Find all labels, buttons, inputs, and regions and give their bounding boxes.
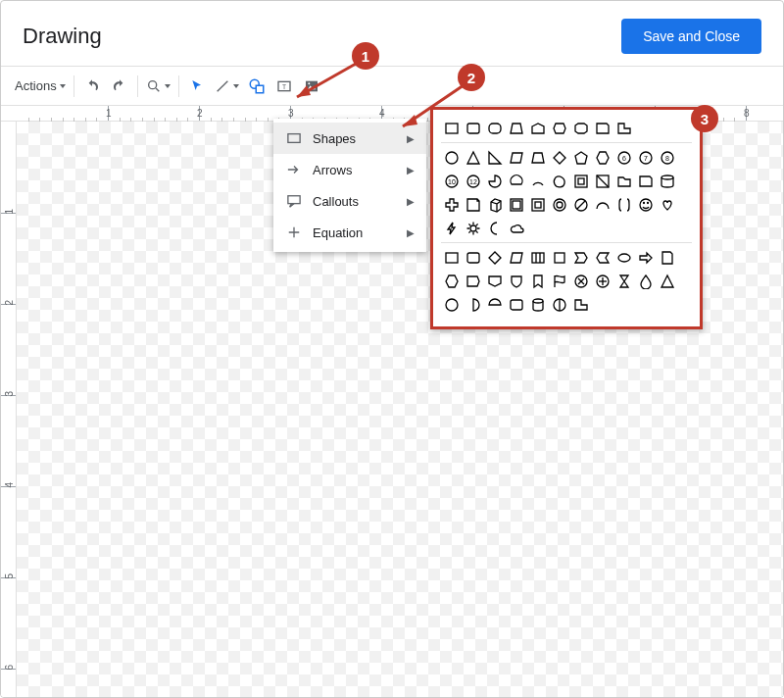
svg-point-36: [557, 202, 563, 208]
dialog-title: Drawing: [23, 24, 102, 49]
shape-option-arrow-r[interactable]: [635, 247, 656, 268]
save-and-close-button[interactable]: Save and Close: [621, 19, 761, 54]
zoom-button[interactable]: [142, 73, 174, 100]
shape-option-n7[interactable]: 7: [635, 147, 656, 168]
shape-option-frame[interactable]: [527, 194, 548, 215]
shape-option-bolt[interactable]: [441, 218, 462, 238]
svg-rect-52: [467, 253, 479, 263]
shape-option-tri[interactable]: [463, 147, 483, 168]
shape-option-brack[interactable]: [613, 194, 634, 215]
shape-option-pent-top[interactable]: [527, 118, 548, 138]
shape-option-trap-top[interactable]: [506, 118, 526, 138]
shape-option-rrect[interactable]: [463, 247, 483, 268]
shape-option-half[interactable]: [463, 294, 483, 315]
redo-icon: [112, 78, 127, 94]
shape-option-sun[interactable]: [463, 218, 483, 238]
shape-option-hex[interactable]: [592, 147, 612, 168]
shape-option-sticker[interactable]: [463, 194, 483, 215]
menu-item-equation[interactable]: Equation ▶: [273, 217, 426, 248]
svg-rect-32: [513, 201, 520, 209]
shape-tool-button[interactable]: [243, 73, 270, 100]
image-tool-button[interactable]: [298, 73, 325, 100]
shape-option-pie[interactable]: [484, 171, 505, 191]
shape-option-half2[interactable]: [484, 294, 505, 315]
shape-option-shield[interactable]: [506, 271, 526, 291]
shape-option-lshape[interactable]: [613, 118, 634, 138]
shape-option-cyl[interactable]: [657, 171, 677, 191]
shape-option-diag[interactable]: [592, 171, 612, 191]
shape-option-plus-c[interactable]: [592, 271, 612, 291]
shape-option-pent-d[interactable]: [484, 271, 505, 291]
ruler-h-major-tick: 8: [746, 106, 747, 121]
shape-option-square[interactable]: [549, 247, 569, 268]
shape-option-heart[interactable]: [657, 194, 677, 215]
shape-option-split[interactable]: [549, 294, 569, 315]
shape-option-circle[interactable]: [441, 147, 462, 168]
shape-option-hglass[interactable]: [613, 271, 634, 291]
shape-option-rrect3[interactable]: [592, 118, 612, 138]
shape-option-donut[interactable]: [549, 194, 569, 215]
shape-option-drop[interactable]: [635, 271, 656, 291]
shape-option-arc-seg[interactable]: [527, 171, 548, 191]
shape-option-hept[interactable]: [570, 118, 591, 138]
shape-option-hex[interactable]: [441, 271, 462, 291]
shape-option-bookmark[interactable]: [527, 271, 548, 291]
shape-option-bev[interactable]: [506, 194, 526, 215]
shape-option-stack[interactable]: [527, 247, 548, 268]
textbox-tool-button[interactable]: T: [270, 73, 298, 100]
shapes-panel: 6781012: [430, 107, 703, 329]
shape-option-hex-h[interactable]: [549, 118, 569, 138]
shape-option-square-c[interactable]: [570, 171, 591, 191]
shape-option-tri[interactable]: [657, 271, 677, 291]
shape-option-rrect2[interactable]: [484, 118, 505, 138]
shape-option-db[interactable]: [527, 294, 548, 315]
actions-menu-button[interactable]: Actions: [11, 73, 70, 100]
shape-option-rect[interactable]: [441, 118, 462, 138]
shape-option-rtri[interactable]: [484, 147, 505, 168]
line-tool-button[interactable]: [211, 73, 243, 100]
shape-option-trap-r[interactable]: [463, 271, 483, 291]
shape-option-moon[interactable]: [484, 218, 505, 238]
menu-item-callouts[interactable]: Callouts ▶: [273, 185, 426, 217]
select-tool-button[interactable]: [183, 73, 211, 100]
shape-option-rrect[interactable]: [463, 118, 483, 138]
shape-option-chord[interactable]: [506, 171, 526, 191]
shape-option-cloud[interactable]: [506, 218, 526, 238]
shape-option-para[interactable]: [506, 247, 526, 268]
shape-option-flag[interactable]: [549, 271, 569, 291]
undo-button[interactable]: [78, 73, 106, 100]
shape-option-page[interactable]: [657, 247, 677, 268]
shape-option-rrect[interactable]: [506, 294, 526, 315]
shape-option-smile[interactable]: [635, 194, 656, 215]
shape-option-n10[interactable]: 10: [441, 171, 462, 191]
shape-option-folder[interactable]: [613, 171, 634, 191]
shape-option-cube[interactable]: [484, 194, 505, 215]
ruler-v-major-tick: 2: [1, 304, 16, 305]
caret-down-icon: [60, 84, 66, 88]
shape-option-trap[interactable]: [527, 147, 548, 168]
shape-option-n6[interactable]: 6: [613, 147, 634, 168]
shape-option-xcirc[interactable]: [570, 271, 591, 291]
svg-line-50: [475, 224, 477, 225]
shape-option-oval[interactable]: [613, 247, 634, 268]
shape-option-n8[interactable]: 8: [657, 147, 677, 168]
shape-option-no[interactable]: [570, 194, 591, 215]
shape-option-circle[interactable]: [441, 294, 462, 315]
menu-item-shapes[interactable]: Shapes ▶: [273, 123, 426, 154]
shape-option-diamond[interactable]: [484, 247, 505, 268]
shape-option-diamond[interactable]: [549, 147, 569, 168]
ruler-h-label: 4: [379, 108, 385, 119]
shape-option-cross[interactable]: [441, 194, 462, 215]
shape-option-para[interactable]: [506, 147, 526, 168]
shape-option-lshape[interactable]: [570, 294, 591, 315]
shape-option-card[interactable]: [635, 171, 656, 191]
shape-option-n12[interactable]: 12: [463, 171, 483, 191]
shape-option-pent[interactable]: [570, 147, 591, 168]
redo-button[interactable]: [106, 73, 133, 100]
shape-option-rect[interactable]: [441, 247, 462, 268]
shape-option-chev-r[interactable]: [570, 247, 591, 268]
shape-option-chev-l[interactable]: [592, 247, 612, 268]
shape-option-arc[interactable]: [592, 194, 612, 215]
shape-option-blob[interactable]: [549, 171, 569, 191]
menu-item-arrows[interactable]: Arrows ▶: [273, 154, 426, 185]
